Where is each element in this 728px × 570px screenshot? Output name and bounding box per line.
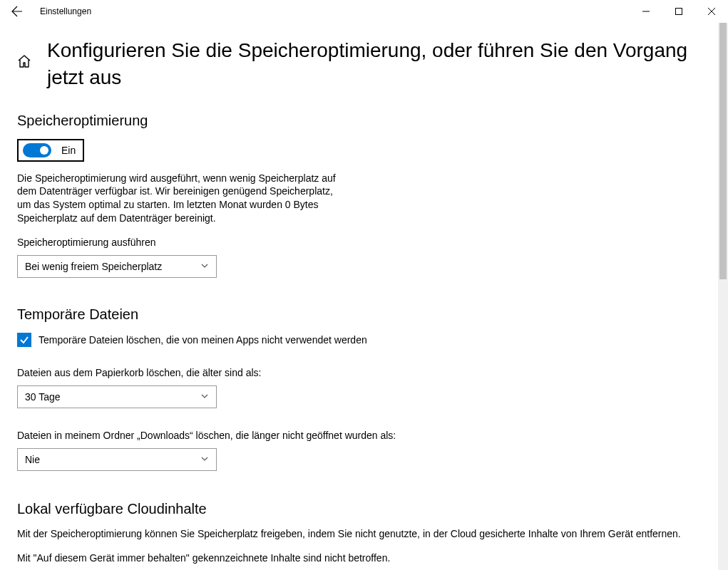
run-schedule-dropdown[interactable]: Bei wenig freiem Speicherplatz [17, 255, 217, 278]
run-schedule-label: Speicheroptimierung ausführen [17, 237, 711, 248]
page-title: Konfigurieren Sie die Speicheroptimierun… [47, 37, 711, 91]
scrollbar-thumb[interactable] [719, 23, 727, 279]
close-icon [708, 8, 715, 15]
scrollbar[interactable] [718, 23, 728, 570]
maximize-button[interactable] [662, 0, 695, 23]
minimize-button[interactable] [630, 0, 662, 23]
storage-sense-description: Die Speicheroptimierung wird ausgeführt,… [17, 172, 345, 226]
back-button[interactable] [6, 0, 29, 23]
toggle-state-label: Ein [61, 145, 76, 156]
window-title: Einstellungen [40, 6, 91, 16]
home-button[interactable] [17, 54, 31, 71]
storage-sense-heading: Speicheroptimierung [17, 113, 711, 129]
downloads-dropdown[interactable]: Nie [17, 448, 217, 471]
recycle-value: 30 Tage [25, 391, 61, 403]
chevron-down-icon [200, 261, 209, 272]
arrow-left-icon [11, 6, 23, 17]
home-icon [17, 54, 31, 68]
recycle-dropdown[interactable]: 30 Tage [17, 385, 217, 408]
storage-sense-toggle[interactable] [23, 143, 51, 157]
downloads-value: Nie [25, 454, 40, 465]
cloud-p1: Mit der Speicheroptimierung können Sie S… [17, 527, 711, 542]
minimize-icon [642, 8, 650, 15]
cloud-p2: Mit "Auf diesem Gerät immer behalten" ge… [17, 551, 711, 566]
close-button[interactable] [695, 0, 728, 23]
titlebar-left: Einstellungen [6, 0, 91, 23]
downloads-label: Dateien in meinem Ordner „Downloads“ lös… [17, 430, 711, 441]
maximize-icon [675, 8, 682, 15]
svg-rect-0 [676, 9, 682, 15]
cloud-heading: Lokal verfügbare Cloudinhalte [17, 501, 711, 517]
toggle-knob [40, 146, 48, 155]
titlebar: Einstellungen [0, 0, 728, 23]
page-header: Konfigurieren Sie die Speicheroptimierun… [0, 23, 728, 91]
chevron-down-icon [200, 391, 209, 403]
temp-files-heading: Temporäre Dateien [17, 306, 711, 323]
run-schedule-value: Bei wenig freiem Speicherplatz [25, 261, 162, 272]
temp-delete-row: Temporäre Dateien löschen, die von meine… [17, 333, 711, 347]
check-icon [19, 335, 29, 345]
window-controls [630, 0, 728, 23]
temp-delete-label: Temporäre Dateien löschen, die von meine… [39, 334, 367, 346]
content: Speicheroptimierung Ein Die Speicheropti… [0, 113, 728, 566]
storage-sense-toggle-frame: Ein [17, 139, 84, 162]
temp-delete-checkbox[interactable] [17, 333, 31, 347]
chevron-down-icon [200, 454, 209, 465]
recycle-label: Dateien aus dem Papierkorb löschen, die … [17, 367, 711, 378]
